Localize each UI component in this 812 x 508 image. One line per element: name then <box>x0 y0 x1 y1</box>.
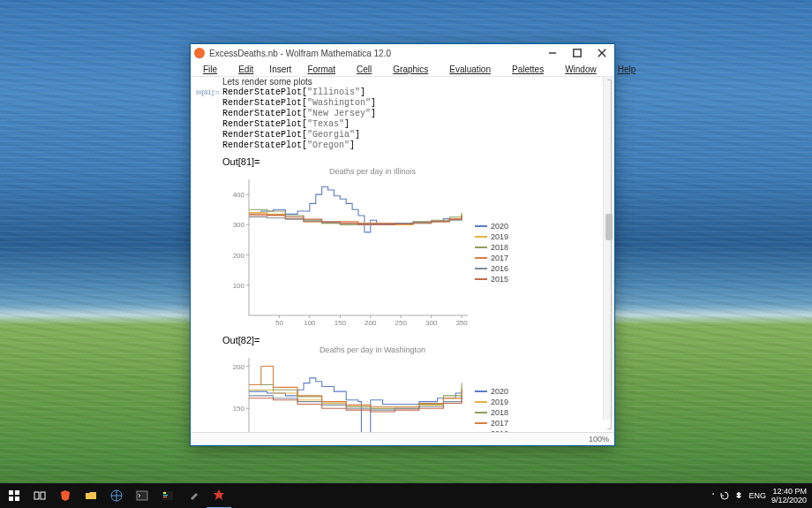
menu-help[interactable]: Help <box>607 64 647 75</box>
code-line[interactable]: RenderStatePlot["Texas"] <box>222 119 602 130</box>
code-line[interactable]: RenderStatePlot["Washington"] <box>222 98 602 109</box>
plot-legend: 202020192018201720162015 <box>475 356 508 432</box>
svg-text:400: 400 <box>233 191 245 199</box>
dropbox-icon[interactable] <box>734 491 743 500</box>
legend-swatch <box>475 422 487 424</box>
tray-icons <box>720 491 743 500</box>
taskbar-app-brave[interactable] <box>53 483 78 508</box>
legend-swatch <box>475 257 487 259</box>
svg-marker-62 <box>214 489 224 500</box>
legend-entry: 2018 <box>475 243 508 252</box>
svg-rect-54 <box>34 492 39 499</box>
menu-format[interactable]: Format <box>297 64 346 75</box>
sync-icon[interactable] <box>720 491 729 500</box>
legend-label: 2018 <box>491 408 508 417</box>
tray-chevron-icon[interactable]: ˄ <box>711 492 715 500</box>
legend-label: 2019 <box>491 398 508 406</box>
in-label: In[81]:= <box>196 87 220 98</box>
legend-label: 2019 <box>491 232 508 241</box>
menu-window[interactable]: Window <box>554 64 607 75</box>
legend-label: 2016 <box>491 264 508 273</box>
legend-label: 2016 <box>491 429 508 432</box>
legend-label: 2018 <box>491 243 508 252</box>
titlebar[interactable]: ExcessDeaths.nb - Wolfram Mathematica 12… <box>191 44 614 62</box>
desktop: ExcessDeaths.nb - Wolfram Mathematica 12… <box>0 0 812 508</box>
taskbar-app-browser[interactable] <box>104 483 129 508</box>
spikey-icon <box>213 489 225 501</box>
code-line[interactable]: In[81]:=RenderStatePlot["Illinois"] <box>222 87 602 98</box>
menu-palettes[interactable]: Palettes <box>501 64 554 75</box>
legend-label: 2020 <box>491 387 508 396</box>
close-button[interactable] <box>590 44 614 62</box>
notebook-area[interactable]: Lets render some plots In[81]:=RenderSta… <box>191 77 614 432</box>
menu-evaluation[interactable]: Evaluation <box>439 64 501 75</box>
windows-icon <box>8 489 20 502</box>
tray-language[interactable]: ENG <box>748 491 766 500</box>
plot-canvas: 10020030040050100150200250300350 <box>222 178 470 328</box>
zoom-level[interactable]: 100% <box>589 435 609 444</box>
statusbar: 100% <box>191 432 614 445</box>
out-label: Out[82]= <box>222 335 523 345</box>
taskbar-app-explorer[interactable] <box>79 483 103 508</box>
menu-file[interactable]: File <box>192 64 228 75</box>
start-button[interactable] <box>2 483 26 508</box>
svg-text:100: 100 <box>304 319 316 327</box>
svg-rect-60 <box>163 495 168 496</box>
legend-swatch <box>475 401 487 403</box>
menu-edit[interactable]: Edit <box>228 64 264 75</box>
taskbar-app-mathematica[interactable] <box>207 482 231 508</box>
minimize-icon <box>546 47 559 59</box>
legend-entry: 2018 <box>475 408 508 417</box>
svg-rect-59 <box>163 492 166 494</box>
svg-text:150: 150 <box>335 319 347 327</box>
legend-entry: 2017 <box>475 419 508 428</box>
legend-swatch <box>475 236 487 238</box>
svg-rect-52 <box>9 497 13 501</box>
taskbar-clock[interactable]: 12:40 PM 9/12/2020 <box>771 487 807 504</box>
svg-rect-50 <box>9 490 13 495</box>
menu-cell[interactable]: Cell <box>346 64 382 75</box>
cell-bracket[interactable] <box>607 80 612 429</box>
taskview-button[interactable] <box>27 483 52 508</box>
svg-text:50: 50 <box>275 319 283 327</box>
svg-text:300: 300 <box>233 221 245 229</box>
cell-comment[interactable]: Lets render some plots <box>222 77 602 87</box>
code-line[interactable]: RenderStatePlot["New Jersey"] <box>222 109 602 119</box>
legend-swatch <box>475 246 487 248</box>
svg-rect-61 <box>163 497 167 497</box>
legend-label: 2020 <box>491 222 508 231</box>
taskbar-app-terminal[interactable] <box>130 483 154 508</box>
code-icon <box>162 489 174 502</box>
menu-insert[interactable]: Insert <box>264 64 297 75</box>
svg-text:350: 350 <box>455 319 468 327</box>
plot-legend: 202020192018201720162015 <box>475 178 508 328</box>
legend-entry: 2016 <box>475 429 508 432</box>
maximize-icon <box>571 47 583 59</box>
minimize-button[interactable] <box>540 44 565 62</box>
mathematica-window: ExcessDeaths.nb - Wolfram Mathematica 12… <box>190 43 615 446</box>
svg-text:200: 200 <box>233 363 245 371</box>
menu-graphics[interactable]: Graphics <box>382 64 439 75</box>
svg-rect-55 <box>41 492 45 499</box>
taskbar-app-editor[interactable] <box>155 483 180 508</box>
code-line[interactable]: RenderStatePlot["Georgia"] <box>222 130 602 140</box>
legend-entry: 2020 <box>475 222 508 231</box>
window-controls <box>540 44 614 62</box>
svg-rect-57 <box>137 491 147 500</box>
svg-rect-51 <box>15 490 19 495</box>
plot-title: Deaths per day in Illinois <box>222 167 523 176</box>
legend-swatch <box>475 278 487 280</box>
svg-text:250: 250 <box>395 319 408 327</box>
taskbar-app-dev[interactable] <box>181 483 206 508</box>
svg-text:200: 200 <box>233 252 245 260</box>
plot-output: Out[81]=Deaths per day in Illinois100200… <box>222 156 523 328</box>
taskbar: ˄ ENG 12:40 PM 9/12/2020 <box>0 483 812 508</box>
legend-swatch <box>475 225 487 227</box>
svg-text:150: 150 <box>233 405 245 413</box>
code-line[interactable]: RenderStatePlot["Oregon"] <box>222 140 602 151</box>
maximize-button[interactable] <box>565 44 590 62</box>
legend-entry: 2016 <box>475 264 508 273</box>
svg-marker-64 <box>736 495 741 498</box>
taskbar-date: 9/12/2020 <box>771 496 807 504</box>
legend-entry: 2019 <box>475 232 508 241</box>
